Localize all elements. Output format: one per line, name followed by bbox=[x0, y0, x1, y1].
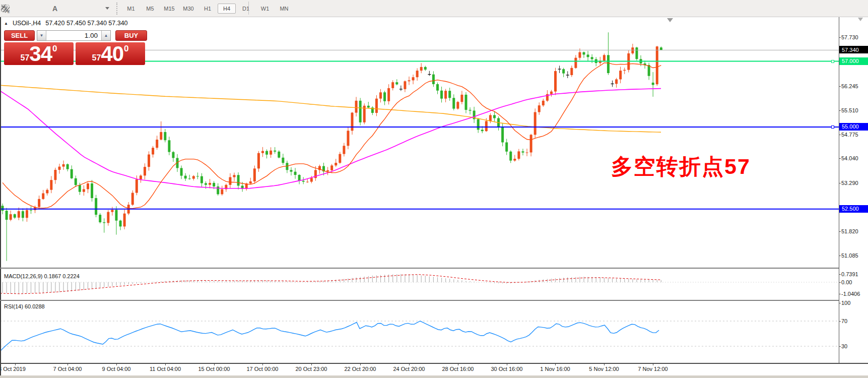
timeframe-button-w1[interactable]: W1 bbox=[256, 4, 274, 14]
price-tick-label: 54.040 bbox=[841, 155, 858, 161]
toolbar-grip[interactable] bbox=[116, 3, 117, 15]
line-handle[interactable] bbox=[831, 60, 834, 63]
macd-tick-label: -1.0406 bbox=[841, 291, 860, 297]
chart-text-annotation[interactable]: 多空转折点57 bbox=[611, 152, 751, 181]
price-badge: 55.000 bbox=[839, 123, 868, 131]
price-tick-label: 54.775 bbox=[841, 132, 858, 138]
price-tick-label: 51.085 bbox=[841, 253, 858, 259]
macd-canvas[interactable] bbox=[0, 269, 839, 300]
timeframe-button-d1[interactable]: D1 bbox=[237, 4, 255, 14]
time-tick-label: 30 Oct 16:00 bbox=[490, 366, 523, 372]
toolbar-separator bbox=[248, 2, 249, 15]
main-macd-splitter[interactable] bbox=[0, 268, 839, 269]
price-tick-label: 53.290 bbox=[841, 180, 858, 186]
price-tick-label: 57.730 bbox=[841, 34, 858, 40]
timeframe-button-m5[interactable]: M5 bbox=[141, 4, 159, 14]
trading-terminal: E F A T M1M5M15M30H1H4D1W1 bbox=[0, 0, 868, 378]
price-tick-label: 51.820 bbox=[841, 228, 858, 234]
buy-price-pips: 40 bbox=[101, 44, 123, 64]
chart-shift-marker-icon[interactable] bbox=[667, 18, 673, 22]
sell-price-fraction: 0 bbox=[52, 44, 57, 54]
collapse-panel-icon[interactable]: ▲ bbox=[4, 21, 8, 26]
timeframe-button-m1[interactable]: M1 bbox=[122, 4, 140, 14]
sell-button[interactable]: SELL bbox=[4, 30, 35, 41]
rsi-tick-label: 30 bbox=[841, 343, 847, 349]
time-tick-label: 28 Oct 16:00 bbox=[441, 366, 475, 372]
chart-window: 57.73056.24555.51054.77554.04053.29052.5… bbox=[0, 17, 868, 378]
time-tick-label: 5 Nov 12:00 bbox=[587, 366, 621, 372]
time-tick-label: 7 Oct 04:00 bbox=[51, 366, 84, 372]
macd-indicator-label: MACD(12,26,9) 0.1867 0.2224 bbox=[4, 273, 80, 279]
chart-symbol-period: USOil-,H4 bbox=[13, 20, 41, 27]
rsi-tick-label: 70 bbox=[841, 318, 847, 324]
buy-price-fraction: 0 bbox=[124, 44, 128, 54]
time-tick-label: 24 Oct 20:00 bbox=[392, 366, 426, 372]
volume-spinner: ▼ ▲ bbox=[37, 30, 111, 41]
rsi-canvas[interactable] bbox=[0, 301, 839, 363]
arrow-tools-dropdown-icon[interactable] bbox=[105, 7, 109, 10]
time-tick-label: 9 Oct 04:00 bbox=[100, 366, 133, 372]
sell-price-pips: 34 bbox=[29, 44, 52, 64]
macd-tick-label: 0.7391 bbox=[841, 271, 858, 277]
arrow-tools-icon[interactable] bbox=[89, 2, 104, 15]
timeframe-group: M1M5M15M30H1H4D1W1MN bbox=[121, 4, 294, 14]
price-tick-label: 55.510 bbox=[841, 107, 858, 113]
chart-title: ▲ USOil-,H4 57.420 57.450 57.340 57.340 bbox=[4, 20, 128, 27]
timeframe-button-m15[interactable]: M15 bbox=[160, 4, 178, 14]
buy-price-handle: 57 bbox=[92, 53, 101, 65]
volume-input[interactable] bbox=[46, 31, 101, 40]
macd-rsi-splitter[interactable] bbox=[0, 300, 839, 301]
timeframe-button-m30[interactable]: M30 bbox=[179, 4, 197, 14]
time-tick-label: 17 Oct 00:00 bbox=[246, 366, 279, 372]
volume-decrease-icon[interactable]: ▼ bbox=[37, 31, 46, 40]
price-axis-line bbox=[839, 17, 839, 364]
timeframe-button-h1[interactable]: H1 bbox=[198, 4, 217, 14]
time-tick-label: 7 Nov 12:00 bbox=[636, 366, 670, 372]
text-label-icon[interactable]: A bbox=[47, 2, 62, 15]
time-tick-label: 22 Oct 20:00 bbox=[344, 366, 377, 372]
sell-price-button[interactable]: 57 34 0 bbox=[4, 42, 74, 65]
volume-increase-icon[interactable]: ▲ bbox=[101, 31, 110, 40]
time-axis-line bbox=[0, 363, 868, 364]
timeframe-button-mn[interactable]: MN bbox=[275, 4, 293, 14]
toolbar: E F A T M1M5M15M30H1H4D1W1 bbox=[0, 0, 868, 17]
time-tick-label: 20 Oct 23:00 bbox=[295, 366, 328, 372]
chart-ohlc-values: 57.420 57.450 57.340 57.340 bbox=[45, 20, 127, 27]
price-badge: 57.340 bbox=[839, 46, 868, 53]
macd-tick-label: 0.00 bbox=[841, 279, 852, 285]
buy-price-button[interactable]: 57 40 0 bbox=[76, 42, 145, 65]
time-tick-label: 3 Oct 2019 bbox=[0, 366, 32, 372]
window-bottom-edge bbox=[0, 375, 868, 378]
timeframe-button-h4[interactable]: H4 bbox=[218, 4, 236, 14]
buy-button[interactable]: BUY bbox=[115, 30, 147, 41]
fibonacci-lines-icon[interactable]: F bbox=[25, 2, 40, 15]
window-left-edge bbox=[0, 17, 1, 376]
sell-price-handle: 57 bbox=[21, 53, 30, 65]
one-click-trade-panel: SELL ▼ ▲ BUY 57 34 0 57 40 0 bbox=[4, 30, 147, 65]
price-tick-label: 56.245 bbox=[841, 83, 858, 89]
time-tick-label: 1 Nov 16:00 bbox=[539, 366, 572, 372]
rsi-indicator-label: RSI(14) 60.0288 bbox=[4, 303, 45, 309]
line-handle[interactable] bbox=[831, 125, 834, 129]
time-tick-label: 11 Oct 04:00 bbox=[149, 366, 182, 372]
text-box-icon[interactable]: T bbox=[69, 2, 84, 15]
price-badge: 52.500 bbox=[839, 205, 868, 213]
rsi-tick-label: 100 bbox=[841, 300, 850, 306]
price-badge: 57.000 bbox=[839, 57, 868, 65]
scroll-arrow-icon[interactable] bbox=[858, 18, 863, 21]
time-tick-label: 15 Oct 00:00 bbox=[197, 366, 231, 372]
